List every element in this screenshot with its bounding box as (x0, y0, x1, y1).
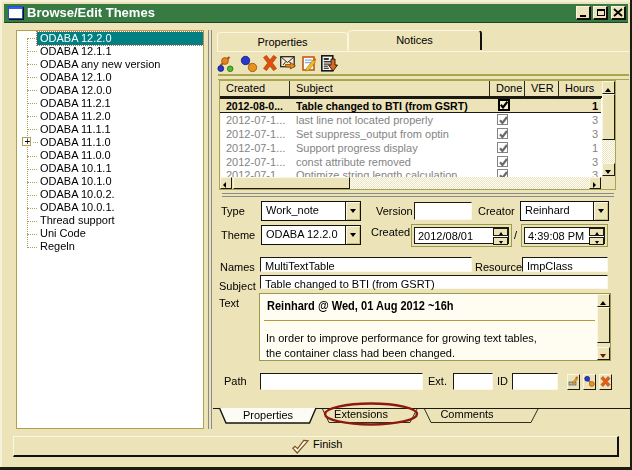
svg-text:Comments: Comments (440, 408, 494, 420)
svg-text:Properties: Properties (243, 409, 294, 421)
svg-text:Extensions: Extensions (334, 408, 388, 420)
